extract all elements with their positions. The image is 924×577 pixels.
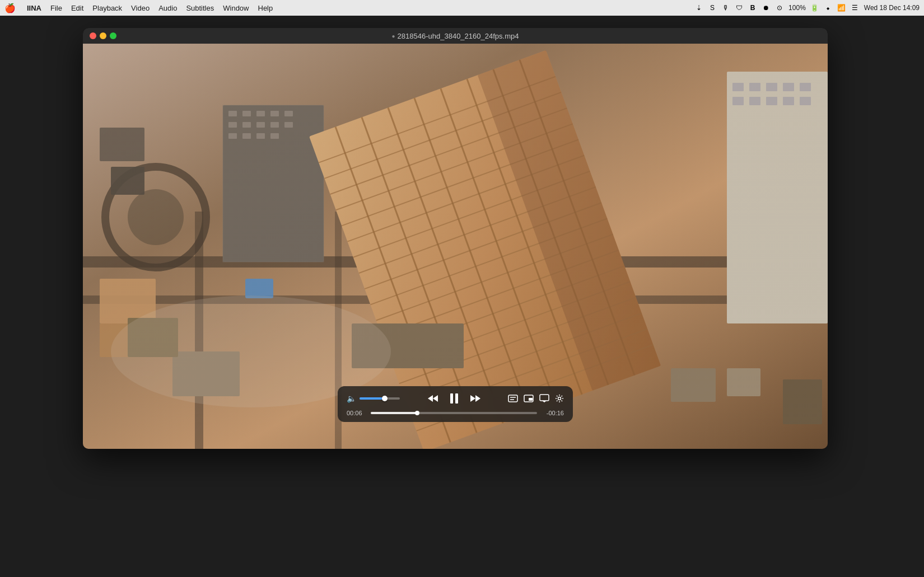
menu-edit[interactable]: Edit: [67, 3, 88, 13]
vpn-icon: 🛡: [735, 3, 744, 12]
menu-help[interactable]: Help: [254, 3, 278, 13]
minimize-button[interactable]: [100, 32, 106, 39]
battery-icon: 🔋: [810, 3, 819, 12]
battery-percent: 100%: [788, 4, 806, 12]
menu-audio[interactable]: Audio: [154, 3, 181, 13]
menu-subtitles[interactable]: Subtitles: [181, 3, 218, 13]
apple-menu[interactable]: 🍎: [4, 3, 16, 13]
airdrop-icon: ⇣: [694, 3, 703, 12]
progress-slider[interactable]: [371, 412, 537, 414]
menubar: 🍎 IINA File Edit Playback Video Audio Su…: [0, 0, 924, 16]
pip-button[interactable]: [524, 395, 534, 402]
window-controls: [83, 32, 116, 39]
remaining-time: -00:16: [542, 410, 564, 416]
svg-rect-78: [455, 393, 458, 404]
volume-group: 🔈: [347, 394, 400, 403]
progress-thumb[interactable]: [415, 411, 419, 415]
svg-rect-85: [529, 398, 533, 401]
settings-button[interactable]: [555, 394, 564, 403]
title-dot: ●: [392, 33, 395, 39]
svg-rect-77: [450, 393, 453, 404]
screenrecord-icon: ⏺: [762, 3, 771, 12]
current-time: 00:06: [347, 410, 366, 416]
forward-button[interactable]: [469, 393, 482, 404]
menubar-right: ⇣ S 🎙 🛡 B ⏺ ⊙ 100% 🔋 ⬥ 📶 ☰ Wed 18 Dec 14…: [694, 3, 920, 12]
mic-icon: 🎙: [721, 3, 730, 12]
window-title: ● 2818546-uhd_3840_2160_24fps.mp4: [392, 32, 519, 40]
subtitles-button[interactable]: [508, 395, 518, 402]
rewind-button[interactable]: [426, 393, 440, 404]
close-button[interactable]: [90, 32, 96, 39]
main-window: ● 2818546-uhd_3840_2160_24fps.mp4: [83, 28, 828, 449]
menu-video[interactable]: Video: [127, 3, 154, 13]
svg-marker-75: [428, 395, 433, 402]
pause-button[interactable]: [449, 392, 460, 405]
volume-thumb[interactable]: [382, 396, 388, 401]
b-icon: B: [748, 3, 757, 12]
right-controls: [508, 394, 564, 403]
progress-fill: [371, 412, 417, 414]
svg-marker-79: [470, 395, 475, 402]
bluetooth-icon: ⬥: [824, 3, 833, 12]
svg-marker-80: [475, 395, 480, 402]
skype-icon: S: [708, 3, 717, 12]
controls-panel: 🔈: [338, 386, 573, 422]
volume-slider[interactable]: [360, 397, 400, 400]
menu-iina[interactable]: IINA: [22, 3, 46, 13]
maximize-button[interactable]: [110, 32, 116, 39]
menu-window[interactable]: Window: [218, 3, 253, 13]
svg-marker-87: [542, 401, 547, 402]
wifi-icon: 📶: [837, 3, 846, 12]
menu-playback[interactable]: Playback: [88, 3, 127, 13]
controls-top-row: 🔈: [347, 392, 564, 405]
svg-rect-86: [540, 395, 549, 401]
svg-rect-81: [508, 395, 517, 402]
focus-icon: ⊙: [775, 3, 784, 12]
volume-fill: [360, 397, 385, 400]
menu-file[interactable]: File: [46, 3, 67, 13]
volume-icon: 🔈: [347, 394, 356, 403]
video-area[interactable]: 🔈: [83, 44, 828, 449]
titlebar: ● 2818546-uhd_3840_2160_24fps.mp4: [83, 28, 828, 44]
datetime: Wed 18 Dec 14:09: [864, 4, 920, 12]
playback-controls: [426, 392, 482, 405]
progress-row: 00:06 -00:16: [347, 410, 564, 416]
svg-marker-76: [433, 395, 438, 402]
controlcenter-icon: ☰: [851, 3, 860, 12]
svg-point-88: [558, 397, 561, 400]
airplay-button[interactable]: [539, 394, 549, 403]
